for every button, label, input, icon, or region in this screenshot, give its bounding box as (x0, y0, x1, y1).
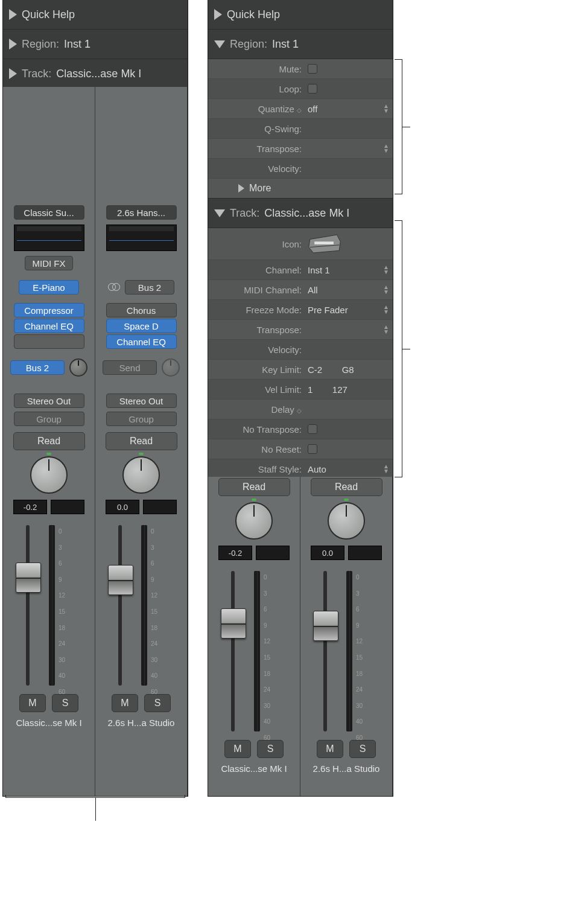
fader-cap[interactable] (16, 562, 41, 593)
param-key-limit[interactable]: Key Limit:C-2 G8 (208, 360, 393, 380)
input-slot[interactable]: Bus 2 (125, 280, 174, 295)
eq-thumbnail[interactable] (14, 225, 84, 251)
send-knob[interactable] (162, 358, 180, 377)
param-mute[interactable]: Mute: (208, 59, 393, 79)
level-meter (346, 571, 352, 731)
param-qswing[interactable]: Q-Swing: (208, 119, 393, 139)
pan-knob[interactable] (122, 456, 160, 494)
mute-button[interactable]: M (317, 740, 343, 758)
param-velocity-track[interactable]: Velocity: (208, 340, 393, 360)
piano-icon (308, 234, 341, 254)
param-no-transpose[interactable]: No Transpose: (208, 419, 393, 439)
channel-strip: Read 0.0 036912151824304060 MS 2.6s H...… (300, 477, 393, 796)
param-transpose-track[interactable]: Transpose: (208, 320, 393, 340)
insert-slot[interactable]: Space D (106, 319, 177, 333)
param-quantize[interactable]: Quantize ◇off (208, 99, 393, 119)
track-header-left[interactable]: Track: Classic...ase Mk I (3, 59, 188, 89)
region-header-left[interactable]: Region: Inst 1 (3, 30, 188, 59)
callout-bracket-bottom (5, 797, 185, 822)
updown-icon[interactable] (383, 325, 389, 334)
db-value[interactable]: 0.0 (106, 500, 139, 514)
send-knob[interactable] (69, 358, 87, 377)
checkbox-icon[interactable] (308, 444, 317, 454)
insert-slot[interactable]: Channel EQ (106, 334, 177, 349)
channel-name[interactable]: Classic...se Mk I (9, 712, 89, 733)
group-slot[interactable]: Group (106, 412, 177, 426)
updown-icon[interactable] (383, 144, 389, 153)
param-velocity[interactable]: Velocity: (208, 159, 393, 179)
param-no-reset[interactable]: No Reset: (208, 439, 393, 459)
checkbox-icon[interactable] (308, 84, 317, 94)
updown-icon[interactable] (383, 305, 389, 314)
checkbox-icon[interactable] (308, 424, 317, 434)
insert-slot[interactable]: Compressor (14, 303, 84, 317)
disclosure-right-icon (9, 39, 17, 49)
db-value[interactable]: -0.2 (13, 500, 47, 514)
insert-slot-empty[interactable] (14, 334, 84, 349)
automation-mode-button[interactable]: Read (106, 432, 177, 450)
track-header-right[interactable]: Track: Classic...ase Mk I (208, 199, 393, 228)
mute-button[interactable]: M (112, 694, 138, 712)
updown-icon[interactable] (383, 104, 389, 113)
db-peak[interactable] (348, 546, 382, 560)
param-vel-limit[interactable]: Vel Limit:1 127 (208, 380, 393, 400)
group-slot[interactable]: Group (14, 412, 84, 426)
pan-knob[interactable] (235, 502, 273, 540)
automation-mode-button[interactable]: Read (218, 478, 290, 496)
setting-slot[interactable]: 2.6s Hans... (106, 205, 177, 220)
param-freeze-mode[interactable]: Freeze Mode:Pre Fader (208, 300, 393, 320)
mute-button[interactable]: M (224, 740, 251, 758)
quick-help-label: Quick Help (22, 8, 75, 21)
region-params: Mute: Loop: Quantize ◇off Q-Swing: Trans… (208, 59, 393, 199)
output-slot[interactable]: Stereo Out (106, 393, 177, 408)
param-loop[interactable]: Loop: (208, 79, 393, 99)
checkbox-icon[interactable] (308, 64, 317, 74)
insert-slot[interactable]: Channel EQ (14, 319, 84, 333)
db-value[interactable]: -0.2 (218, 546, 252, 560)
level-meter (254, 571, 260, 731)
updown-icon[interactable] (383, 265, 389, 275)
channel-name[interactable]: 2.6s H...a Studio (306, 758, 386, 779)
pan-knob[interactable] (30, 456, 68, 494)
send-slot[interactable]: Send (103, 360, 157, 375)
mute-button[interactable]: M (19, 694, 46, 712)
fader-cap[interactable] (221, 608, 246, 639)
instrument-slot[interactable]: E-Piano (19, 280, 79, 295)
channel-name[interactable]: Classic...se Mk I (214, 758, 294, 779)
db-peak[interactable] (256, 546, 290, 560)
more-row[interactable]: More (208, 179, 393, 199)
fader-cap[interactable] (313, 611, 338, 641)
db-readout-row: -0.2 (9, 500, 89, 514)
track-value: Classic...ase Mk I (264, 207, 349, 220)
disclosure-right-icon (9, 9, 17, 20)
channel-name[interactable]: 2.6s H...a Studio (101, 712, 181, 733)
quick-help-label: Quick Help (227, 8, 280, 21)
region-header-right[interactable]: Region: Inst 1 (208, 30, 393, 59)
channel-strip: 2.6s Hans... Bus 2 Chorus Space D Channe… (95, 87, 188, 796)
insert-slot[interactable]: Chorus (106, 303, 177, 317)
region-value: Inst 1 (64, 38, 90, 51)
db-peak[interactable] (51, 500, 84, 514)
automation-mode-button[interactable]: Read (311, 478, 382, 496)
updown-icon[interactable] (383, 464, 389, 474)
fader-cap[interactable] (108, 565, 133, 595)
automation-mode-button[interactable]: Read (13, 432, 85, 450)
param-midi-channel[interactable]: MIDI Channel:All (208, 280, 393, 300)
db-peak[interactable] (143, 500, 177, 514)
db-value[interactable]: 0.0 (311, 546, 344, 560)
updown-icon[interactable] (383, 285, 389, 295)
fader-scale: 036912151824304060 (59, 524, 65, 701)
output-slot[interactable]: Stereo Out (14, 393, 84, 408)
setting-slot[interactable]: Classic Su... (14, 205, 84, 220)
channel-strip: Classic Su... MIDI FX E-Piano Compressor… (3, 87, 95, 796)
param-delay[interactable]: Delay ◇ (208, 400, 393, 419)
param-icon[interactable]: Icon: (208, 228, 393, 260)
pan-knob[interactable] (328, 502, 365, 540)
param-channel[interactable]: Channel:Inst 1 (208, 260, 393, 280)
param-transpose[interactable]: Transpose: (208, 139, 393, 159)
quick-help-header[interactable]: Quick Help (208, 0, 393, 30)
quick-help-header[interactable]: Quick Help (3, 0, 188, 30)
send-slot[interactable]: Bus 2 (10, 360, 65, 375)
eq-thumbnail[interactable] (106, 225, 177, 251)
midi-fx-slot[interactable]: MIDI FX (25, 256, 73, 270)
